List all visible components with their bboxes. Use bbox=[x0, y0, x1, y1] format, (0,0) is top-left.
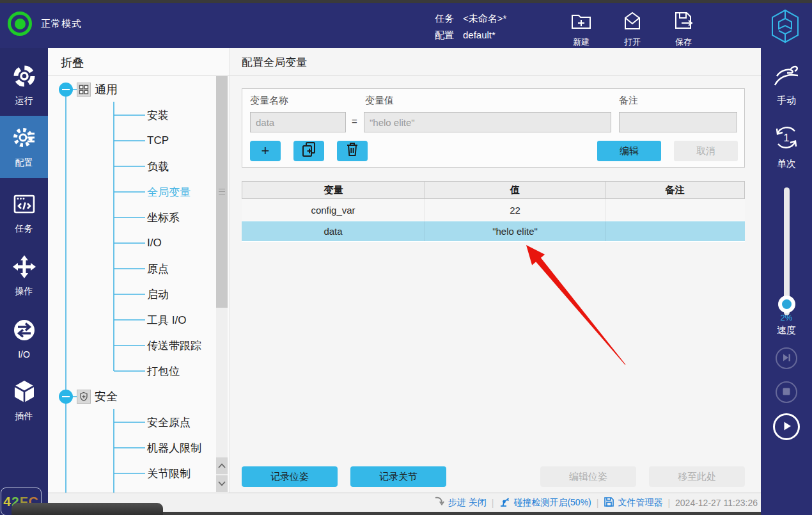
tree-item-coord[interactable]: 坐标系 bbox=[147, 209, 180, 226]
save-button-label: 保存 bbox=[675, 36, 692, 48]
config-label: 配置 bbox=[435, 27, 454, 44]
device-code-char: 4 bbox=[3, 494, 12, 509]
play-button[interactable] bbox=[773, 413, 800, 440]
tree-group-label: 通用 bbox=[95, 82, 118, 97]
tree-collapse-button[interactable]: 折叠 bbox=[61, 55, 84, 70]
io-arrows-icon bbox=[12, 318, 36, 345]
skip-next-icon bbox=[781, 353, 792, 365]
collision-detect-toggle[interactable]: 碰撞检测开启(50%) bbox=[499, 496, 591, 509]
tree-item-pack-pos[interactable]: 打包位 bbox=[147, 362, 180, 380]
tree-item-robot-limits[interactable]: 机器人限制 bbox=[147, 439, 201, 457]
tree-item-global-vars[interactable]: 全局变量 bbox=[147, 183, 191, 201]
nav-item-plugin[interactable]: 插件 bbox=[0, 370, 48, 432]
tree-item-conveyor[interactable]: 传送带跟踪 bbox=[147, 337, 201, 354]
record-pose-button[interactable]: 记录位姿 bbox=[242, 466, 338, 487]
config-value: default* bbox=[463, 27, 496, 44]
cell-value: "helo elite" bbox=[425, 221, 605, 241]
var-value-label: 变量值 bbox=[365, 95, 394, 107]
gear-icon bbox=[12, 125, 37, 153]
tree-item-home[interactable]: 原点 bbox=[147, 260, 169, 278]
open-button[interactable]: 打开 bbox=[614, 10, 651, 48]
new-button-label: 新建 bbox=[573, 36, 589, 48]
cell-value: 22 bbox=[425, 199, 605, 221]
col-header-note: 备注 bbox=[605, 181, 745, 199]
nav-label-plugin: 插件 bbox=[15, 411, 33, 422]
file-manager-button[interactable]: 文件管理器 bbox=[604, 496, 662, 509]
tree-connector-lines bbox=[48, 48, 230, 493]
top-bar: 正常模式 任务<未命名>* 配置default* 新建 打开 bbox=[0, 3, 812, 48]
collapse-minus-icon[interactable] bbox=[59, 83, 73, 97]
tree-item-safe-home[interactable]: 安全原点 bbox=[147, 413, 191, 431]
divider bbox=[48, 75, 230, 76]
move-here-button[interactable]: 移至此处 bbox=[649, 466, 745, 487]
trash-icon bbox=[345, 141, 360, 161]
delete-variable-button[interactable] bbox=[337, 141, 368, 161]
nav-item-config[interactable]: 配置 bbox=[0, 116, 48, 178]
table-header-row: 变量 值 备注 bbox=[242, 181, 745, 199]
global-vars-main-panel: 配置全局变量 变量名称 变量值 备注 = + bbox=[230, 48, 761, 493]
scroll-down-button[interactable] bbox=[216, 475, 228, 492]
open-file-icon bbox=[621, 10, 643, 34]
table-row-selected[interactable]: data "helo elite" bbox=[242, 221, 745, 242]
brand-logo-icon bbox=[769, 8, 802, 47]
var-note-input[interactable] bbox=[619, 112, 737, 132]
nav-item-io[interactable]: I/O bbox=[0, 308, 48, 370]
nav-item-task[interactable]: 任务 bbox=[0, 182, 48, 244]
step-mode-toggle[interactable]: 步进 关闭 bbox=[433, 496, 487, 509]
speed-value: 2% bbox=[761, 313, 812, 322]
tree-item-tool-io[interactable]: 工具 I/O bbox=[147, 311, 186, 329]
cell-variable: config_var bbox=[242, 199, 425, 221]
tree-item-tcp[interactable]: TCP bbox=[147, 132, 169, 150]
robot-state-indicator[interactable] bbox=[8, 12, 32, 36]
tree-item-joint-limits[interactable]: 关节限制 bbox=[147, 464, 191, 482]
tree-scrollbar-thumb[interactable] bbox=[216, 76, 228, 308]
speed-label: 速度 bbox=[761, 324, 812, 337]
move-arrows-icon bbox=[12, 255, 36, 281]
robot-arm-icon bbox=[499, 496, 510, 509]
open-button-label: 打开 bbox=[624, 36, 641, 48]
collapse-minus-icon[interactable] bbox=[59, 390, 73, 404]
shield-plus-icon bbox=[77, 390, 91, 404]
play-icon bbox=[781, 420, 792, 434]
tree-group-general[interactable]: 通用 bbox=[59, 82, 118, 97]
var-name-input[interactable] bbox=[250, 112, 346, 132]
var-value-input[interactable] bbox=[364, 112, 611, 132]
manual-mode-button[interactable]: 手动 bbox=[761, 62, 812, 107]
tree-scrollbar[interactable] bbox=[216, 76, 228, 492]
tree-group-safety[interactable]: 安全 bbox=[59, 389, 118, 404]
save-icon bbox=[673, 10, 694, 34]
tree-item-install[interactable]: 安装 bbox=[147, 106, 169, 124]
plus-icon: + bbox=[262, 143, 270, 159]
step-next-button[interactable] bbox=[776, 347, 797, 369]
grid-icon bbox=[77, 83, 91, 97]
edit-pose-button[interactable]: 编辑位姿 bbox=[540, 466, 636, 487]
loop-once-icon: 1 bbox=[772, 123, 801, 155]
config-tree-panel: 折叠 通用 安装 TCP 负载 全局变量 bbox=[48, 48, 230, 493]
var-name-label: 变量名称 bbox=[250, 95, 288, 107]
nav-label-operate: 操作 bbox=[15, 286, 33, 297]
new-button[interactable]: 新建 bbox=[563, 10, 600, 48]
save-button[interactable]: 保存 bbox=[665, 10, 702, 48]
tree-item-io[interactable]: I/O bbox=[147, 234, 162, 252]
single-run-button[interactable]: 1 单次 bbox=[761, 123, 812, 170]
cancel-button[interactable]: 取消 bbox=[674, 141, 738, 161]
task-value: <未命名>* bbox=[463, 10, 506, 27]
scroll-up-button[interactable] bbox=[216, 457, 228, 474]
duplicate-variable-button[interactable] bbox=[293, 141, 324, 161]
table-row[interactable]: config_var 22 bbox=[242, 199, 745, 221]
tree-item-payload[interactable]: 负载 bbox=[147, 157, 169, 175]
record-joint-button[interactable]: 记录关节 bbox=[350, 466, 446, 487]
task-label: 任务 bbox=[435, 10, 454, 27]
page-title: 配置全局变量 bbox=[242, 55, 307, 70]
edit-button[interactable]: 编辑 bbox=[597, 141, 661, 161]
separator: | bbox=[597, 498, 599, 508]
add-variable-button[interactable]: + bbox=[250, 141, 281, 161]
step-arrow-icon bbox=[433, 496, 445, 509]
tree-item-startup[interactable]: 启动 bbox=[147, 285, 169, 303]
speed-slider-thumb[interactable] bbox=[778, 296, 795, 313]
nav-item-run[interactable]: 运行 bbox=[0, 54, 48, 116]
stop-button[interactable] bbox=[776, 381, 797, 403]
equals-sign: = bbox=[352, 116, 357, 127]
tree-group-label: 安全 bbox=[95, 389, 118, 404]
nav-item-operate[interactable]: 操作 bbox=[0, 245, 48, 307]
